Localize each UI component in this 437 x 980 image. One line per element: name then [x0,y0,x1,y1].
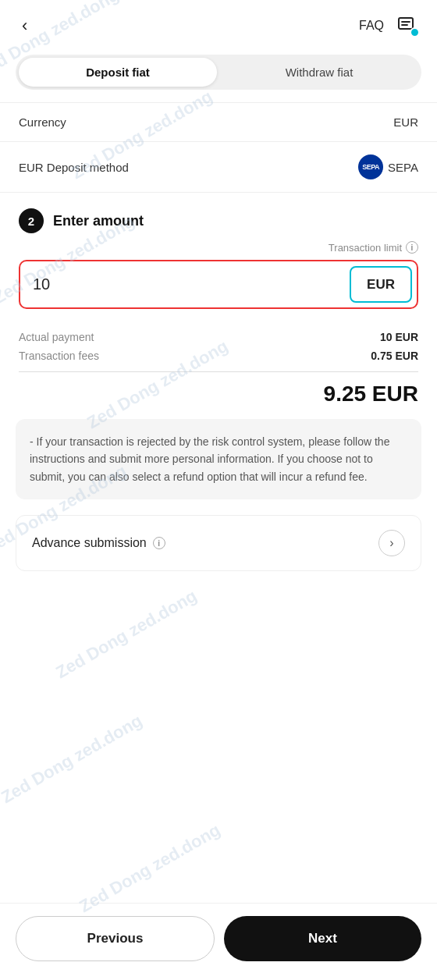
tab-withdraw-fiat[interactable]: Withdraw fiat [220,58,418,87]
actual-payment-row: Actual payment 10 EUR [19,328,418,346]
advance-left: Advance submission i [32,536,165,550]
section-title: Enter amount [53,213,144,229]
advance-submission-row[interactable]: Advance submission i › [16,515,421,571]
notice-text: - If your transaction is rejected by the… [30,433,407,485]
enter-amount-header: 2 Enter amount [0,193,437,241]
deposit-method-row: EUR Deposit method SEPA SEPA [0,142,437,193]
transaction-limit-row: Transaction limit i [19,241,418,254]
amount-input[interactable] [20,261,345,307]
tab-deposit-fiat[interactable]: Deposit fiat [19,58,217,87]
info-section: Currency EUR EUR Deposit method SEPA SEP… [0,102,437,193]
back-button[interactable]: ‹ [16,12,34,39]
tabs-container: Deposit fiat Withdraw fiat [0,47,437,102]
fees-row: Transaction fees 0.75 EUR [19,346,418,365]
svg-rect-0 [399,18,413,29]
currency-value: EUR [393,115,418,129]
previous-button[interactable]: Previous [16,916,215,961]
actual-payment-value: 10 EUR [380,331,418,343]
fees-value: 0.75 EUR [371,350,418,362]
advance-label: Advance submission [32,536,147,550]
summary-divider [19,371,418,372]
fees-label: Transaction fees [19,350,99,362]
header-right: FAQ [359,12,421,39]
header: ‹ FAQ [0,0,437,47]
currency-pill: EUR [350,266,412,303]
step-number: 2 [19,208,44,233]
deposit-method-value: SEPA SEPA [358,154,418,179]
amount-area: Transaction limit i EUR [0,241,437,321]
deposit-method-label: EUR Deposit method [19,161,129,174]
notification-icon[interactable] [395,12,421,39]
notice-box: - If your transaction is rejected by the… [16,419,421,499]
sepa-logo: SEPA [358,154,383,179]
faq-label[interactable]: FAQ [359,19,384,33]
transaction-limit-info-icon[interactable]: i [406,241,418,254]
bottom-buttons: Previous Next [0,903,437,980]
total-amount-row: 9.25 EUR [19,378,418,419]
tabs: Deposit fiat Withdraw fiat [16,55,421,90]
transaction-limit-label: Transaction limit [329,242,402,254]
next-button[interactable]: Next [224,916,421,961]
actual-payment-label: Actual payment [19,331,94,343]
currency-label: Currency [19,115,66,129]
notif-badge [410,27,420,37]
payment-summary: Actual payment 10 EUR Transaction fees 0… [0,321,437,419]
total-amount-value: 9.25 EUR [324,382,418,407]
currency-row: Currency EUR [0,103,437,142]
advance-chevron-icon[interactable]: › [378,530,405,556]
advance-info-icon[interactable]: i [153,537,165,549]
amount-input-group: EUR [19,260,418,309]
sepa-text: SEPA [388,161,418,174]
